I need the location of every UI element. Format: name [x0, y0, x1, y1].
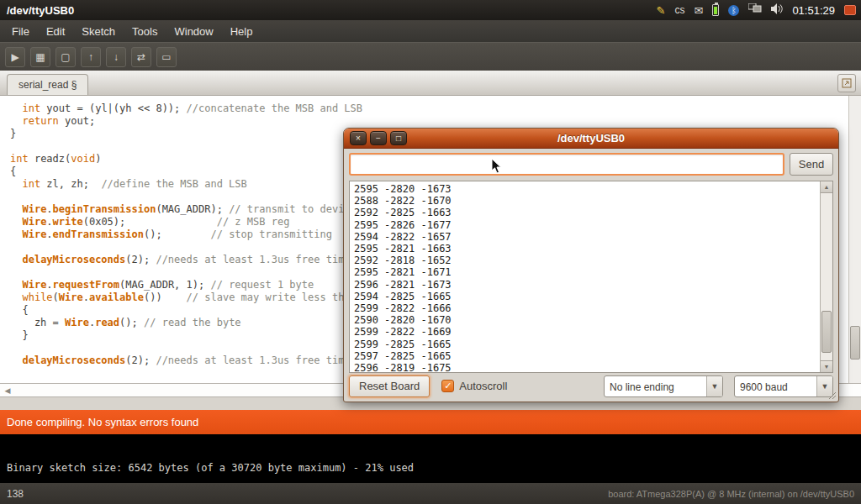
serial-line: 2599 -2825 -1665	[354, 339, 828, 350]
code-line: return yout;	[10, 115, 861, 128]
network-icon[interactable]	[748, 3, 762, 17]
serial-line: 2590 -2820 -1670	[354, 314, 828, 326]
save-sketch-icon: ↓	[114, 51, 119, 63]
menu-file[interactable]: File	[3, 22, 38, 41]
serial-line: 2595 -2820 -1673	[354, 183, 828, 195]
battery-icon[interactable]	[712, 4, 719, 16]
serial-send-input[interactable]	[349, 153, 784, 176]
board-info: board: ATmega328P(A) @ 8 MHz (internal) …	[608, 489, 854, 499]
status-footer: 138 board: ATmega328P(A) @ 8 MHz (intern…	[0, 483, 861, 504]
serial-line: 2596 -2819 -1675	[354, 362, 828, 373]
baud-rate-dropdown[interactable]: 9600 baud ▼	[734, 375, 833, 397]
serial-monitor-title: /dev/ttyUSB0	[557, 132, 625, 144]
chevron-down-icon[interactable]: ▼	[706, 376, 722, 396]
editor-scrollbar-thumb[interactable]	[850, 326, 860, 360]
upload-button[interactable]: ⇄	[131, 47, 151, 67]
verify-icon: ▶	[11, 51, 18, 63]
serial-line: 2588 -2822 -1670	[354, 195, 828, 207]
new-sketch-icon: ▢	[61, 51, 70, 63]
reset-board-button[interactable]: Reset Board	[349, 375, 430, 397]
bluetooth-icon[interactable]: ᛒ	[728, 5, 739, 16]
serial-line: 2592 -2825 -1663	[354, 207, 828, 218]
notes-icon[interactable]: ✎	[657, 5, 666, 16]
keyboard-layout-indicator[interactable]: cs	[674, 4, 684, 16]
stop-button[interactable]: ▦	[30, 47, 50, 67]
menu-sketch[interactable]: Sketch	[73, 22, 124, 41]
serial-monitor-titlebar[interactable]: × − □ /dev/ttyUSB0	[344, 129, 838, 149]
line-ending-value: No line ending	[605, 376, 706, 396]
upload-icon: ⇄	[137, 51, 145, 63]
tab-menu-button[interactable]	[837, 74, 856, 92]
serial-scrollbar-thumb[interactable]	[821, 311, 832, 353]
toolbar-buttons: ▶▦▢↑↓⇄▭	[0, 42, 861, 71]
serial-line: 2595 -2821 -1671	[354, 266, 828, 278]
minimize-button[interactable]: −	[370, 131, 387, 145]
code-line: int yout = (yl|(yh << 8)); //concatenate…	[10, 102, 861, 115]
menu-edit[interactable]: Edit	[38, 22, 73, 41]
scroll-up-arrow-icon[interactable]: ▲	[821, 181, 832, 193]
serial-monitor-icon: ▭	[161, 51, 171, 63]
console-output: Binary sketch size: 6542 bytes (of a 307…	[0, 434, 861, 483]
stop-icon: ▦	[35, 51, 45, 63]
open-sketch-button[interactable]: ↑	[81, 47, 101, 67]
line-ending-dropdown[interactable]: No line ending ▼	[604, 375, 723, 397]
desktop: /dev/ttyUSB0 ✎ cs ✉ ᛒ 01:51:29 FileEditS…	[0, 0, 861, 504]
autoscroll-checkbox[interactable]	[441, 380, 454, 392]
mouse-cursor	[491, 158, 503, 175]
serial-monitor-window: × − □ /dev/ttyUSB0 Send 2595 -2820 -1673…	[343, 128, 839, 402]
new-sketch-button[interactable]: ▢	[55, 47, 76, 67]
cursor-line-number: 138	[7, 488, 24, 500]
menu-help[interactable]: Help	[222, 22, 261, 41]
menu-bar-items: FileEditSketchToolsWindowHelp	[0, 20, 861, 42]
serial-monitor-button[interactable]: ▭	[156, 47, 177, 67]
session-menu-icon[interactable]	[844, 5, 856, 15]
save-sketch-button[interactable]: ↓	[106, 47, 126, 67]
serial-line: 2599 -2822 -1669	[354, 326, 828, 338]
serial-scrollbar[interactable]: ▲ ▼	[820, 181, 832, 372]
open-sketch-icon: ↑	[88, 51, 93, 63]
clock[interactable]: 01:51:29	[792, 4, 835, 17]
serial-line: 2594 -2825 -1665	[354, 291, 828, 302]
serial-line: 2597 -2825 -1665	[354, 350, 828, 362]
serial-line: 2594 -2822 -1657	[354, 231, 828, 243]
close-button[interactable]: ×	[350, 131, 367, 145]
baud-rate-value: 9600 baud	[735, 376, 816, 396]
tab-bar: serial_read §	[0, 71, 861, 96]
serial-output-area[interactable]: 2595 -2820 -16732588 -2822 -16702592 -28…	[349, 181, 833, 373]
compile-status-bar: Done compiling. No syntax errors found	[0, 410, 861, 434]
volume-icon[interactable]	[771, 3, 783, 17]
serial-line: 2595 -2821 -1663	[354, 243, 828, 255]
window-controls: × − □	[350, 131, 407, 145]
system-tray: ✎ cs ✉ ᛒ 01:51:29	[657, 3, 856, 17]
serial-line: 2595 -2826 -1677	[354, 219, 828, 231]
maximize-button[interactable]: □	[390, 131, 407, 145]
verify-button[interactable]: ▶	[5, 47, 25, 67]
resize-grip[interactable]	[828, 391, 837, 400]
compile-status-message: Done compiling. No syntax errors found	[7, 416, 198, 428]
tab-serial-read[interactable]: serial_read §	[7, 74, 88, 95]
console-text: Binary sketch size: 6542 bytes (of a 307…	[7, 462, 414, 474]
menu-tools[interactable]: Tools	[124, 22, 166, 41]
top-panel: /dev/ttyUSB0 ✎ cs ✉ ᛒ 01:51:29	[0, 0, 861, 20]
send-button[interactable]: Send	[790, 153, 833, 176]
menu-window[interactable]: Window	[166, 22, 221, 41]
serial-line: 2599 -2822 -1666	[354, 302, 828, 314]
scroll-left-arrow-icon[interactable]: ◀	[2, 386, 13, 396]
window-title: /dev/ttyUSB0	[7, 4, 74, 17]
serial-monitor-controls: Reset Board Autoscroll No line ending ▼ …	[349, 375, 833, 397]
mail-icon[interactable]: ✉	[694, 5, 703, 16]
autoscroll-label: Autoscroll	[459, 380, 507, 392]
tab-menu-icon	[842, 78, 852, 88]
serial-output-lines: 2595 -2820 -16732588 -2822 -16702592 -28…	[350, 181, 832, 373]
serial-line: 2596 -2821 -1673	[354, 279, 828, 291]
serial-line: 2592 -2818 -1652	[354, 255, 828, 266]
editor-vertical-scrollbar[interactable]	[848, 96, 861, 383]
scroll-down-arrow-icon[interactable]: ▼	[821, 360, 832, 372]
